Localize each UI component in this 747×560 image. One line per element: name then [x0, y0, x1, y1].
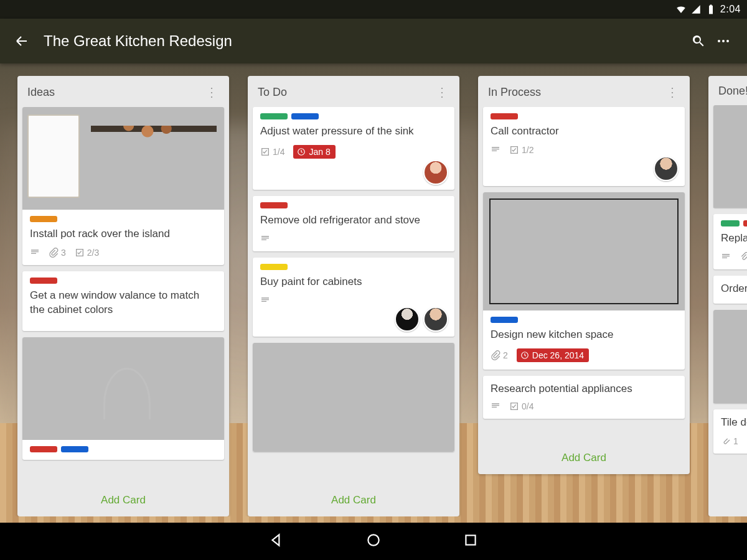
card[interactable]: Research potential appliances 0/4	[483, 376, 685, 419]
list-done: Done! Replace old ones Order glass T	[708, 76, 747, 516]
app-bar: The Great Kitchen Redesign	[0, 19, 747, 63]
card-badges	[260, 234, 447, 244]
nav-recents-button[interactable]	[463, 532, 479, 551]
circle-home-icon	[365, 532, 382, 548]
card-title: Research potential appliances	[491, 382, 677, 396]
card-cover-image	[22, 107, 224, 210]
card-title: Install pot rack over the island	[30, 227, 217, 241]
status-bar: 2:04	[0, 0, 747, 19]
list-name[interactable]: In Process	[488, 86, 665, 99]
checklist-badge: 1/2	[509, 145, 533, 155]
more-horizontal-icon	[716, 34, 731, 49]
search-button[interactable]	[686, 29, 711, 54]
card[interactable]: Design new kitchen space 2 Dec 26, 2014	[483, 192, 685, 370]
list-todo: To Do ⋮ Adjust water pressure of the sin…	[248, 76, 459, 516]
member-avatar[interactable]	[395, 307, 420, 332]
list-name[interactable]: Done!	[718, 85, 747, 98]
card-title: Remove old refrigerator and stove	[260, 213, 447, 228]
due-date-badge: Jan 8	[293, 145, 335, 159]
card-title: Buy paint for cabinets	[260, 275, 447, 289]
card[interactable]: Replace old ones	[713, 214, 747, 269]
label-green	[721, 220, 740, 226]
description-icon	[260, 296, 270, 306]
list-menu-button[interactable]: ⋮	[665, 85, 680, 100]
card[interactable]	[253, 343, 454, 452]
member-avatar[interactable]	[423, 307, 448, 332]
card[interactable]: Adjust water pressure of the sink 1/4 Ja…	[253, 107, 454, 190]
attachments-badge: 3	[49, 248, 66, 258]
card-badges	[721, 252, 747, 262]
add-card-button[interactable]: Add Card	[248, 485, 459, 516]
card[interactable]: Install pot rack over the island 3 2/3	[22, 107, 224, 265]
card[interactable]: Order glass	[713, 276, 747, 304]
attachments-badge: 1	[721, 436, 738, 446]
label-red	[491, 113, 518, 119]
card-badges: 1/2	[491, 145, 677, 155]
card-badges	[260, 296, 447, 306]
list-ideas: Ideas ⋮ Install pot rack over the island…	[17, 76, 229, 516]
list-menu-button[interactable]: ⋮	[435, 85, 449, 100]
description-icon	[721, 252, 731, 262]
card-badges: 1	[721, 436, 747, 446]
member-avatar[interactable]	[423, 160, 448, 185]
square-recents-icon	[463, 532, 479, 548]
add-card-button[interactable]: Add Card	[17, 485, 229, 516]
label-yellow	[260, 264, 288, 270]
svg-rect-6	[466, 535, 475, 544]
label-blue	[61, 446, 88, 452]
overflow-button[interactable]	[711, 29, 736, 54]
back-button[interactable]	[11, 30, 32, 52]
card[interactable]	[22, 337, 224, 460]
card[interactable]: Buy paint for cabinets	[253, 258, 454, 337]
attachments-badge	[740, 252, 747, 262]
card[interactable]: Remove old refrigerator and stove	[253, 196, 454, 251]
list-menu-button[interactable]: ⋮	[204, 85, 219, 100]
card[interactable]: Call contractor 1/2	[483, 107, 685, 186]
member-avatar[interactable]	[654, 156, 679, 181]
checklist-badge: 2/3	[75, 248, 99, 258]
nav-home-button[interactable]	[365, 532, 382, 551]
add-card-button[interactable]: Add Card	[478, 443, 690, 474]
attachments-badge: 2	[491, 350, 508, 360]
board-title: The Great Kitchen Redesign	[44, 32, 232, 50]
card[interactable]	[713, 105, 747, 208]
label-red	[30, 278, 57, 284]
due-date-badge: Dec 26, 2014	[517, 348, 589, 362]
card-cover-image	[483, 192, 685, 310]
list-name[interactable]: Ideas	[27, 86, 204, 99]
card-title: Get a new window valance to match the ca…	[30, 289, 217, 317]
wifi-icon	[675, 4, 687, 15]
description-icon	[260, 234, 270, 244]
card-badges: 2 Dec 26, 2014	[491, 348, 677, 362]
description-icon	[30, 248, 40, 258]
list-name[interactable]: To Do	[258, 86, 435, 99]
card-cover-image	[713, 105, 747, 208]
card-title: Call contractor	[491, 124, 677, 139]
card-title: Replace old ones	[721, 231, 747, 246]
svg-point-5	[368, 534, 378, 545]
label-green	[260, 113, 288, 119]
svg-point-2	[726, 40, 729, 42]
nav-back-button[interactable]	[268, 532, 284, 551]
card[interactable]: Get a new window valance to match the ca…	[22, 271, 224, 331]
card[interactable]	[713, 310, 747, 403]
android-nav-bar	[0, 523, 747, 560]
description-icon	[491, 401, 500, 411]
label-blue	[291, 113, 319, 119]
battery-icon	[705, 4, 716, 15]
checklist-badge: 1/4	[260, 147, 284, 157]
svg-point-0	[718, 40, 720, 42]
card-cover-image	[22, 337, 224, 440]
card-cover-image	[253, 343, 454, 452]
label-red	[30, 446, 57, 452]
svg-point-1	[722, 40, 725, 42]
triangle-back-icon	[268, 532, 284, 548]
card-badges: 1/4 Jan 8	[260, 145, 447, 159]
card-title: Adjust water pressure of the sink	[260, 124, 447, 139]
label-orange	[30, 216, 57, 222]
board-scroll[interactable]: Ideas ⋮ Install pot rack over the island…	[0, 76, 747, 516]
description-icon	[491, 145, 500, 155]
card-badges: 3 2/3	[30, 248, 217, 258]
card[interactable]: Tile delivery 1	[713, 409, 747, 454]
label-blue	[491, 317, 518, 323]
